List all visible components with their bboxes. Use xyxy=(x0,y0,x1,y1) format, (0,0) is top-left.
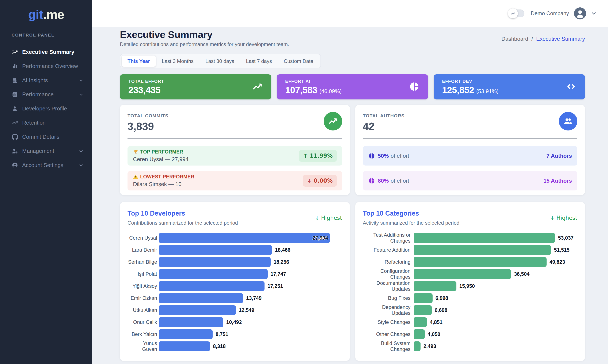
chevron-down-icon xyxy=(591,10,597,17)
person-icon xyxy=(12,105,18,112)
bar-value-label: 13,749 xyxy=(246,295,261,301)
bar xyxy=(159,245,272,255)
bar xyxy=(159,305,236,315)
chart-row: Yunus Güven8,318 xyxy=(128,341,342,351)
tab-last-3-months[interactable]: Last 3 Months xyxy=(156,55,199,67)
top-performer-title: TOP PERFORMER xyxy=(140,149,183,155)
trophy-icon xyxy=(133,149,138,155)
kpi-label: TOTAL AUTHORS xyxy=(363,113,578,119)
chart-category-label: Yunus Güven xyxy=(128,340,157,352)
sort-control[interactable]: ↓ Highest xyxy=(550,215,577,221)
chart-track: 2,493 xyxy=(414,341,578,351)
brand-logo-dot: . xyxy=(43,7,46,22)
top-developers-card: Top 10 Developers Contributions summariz… xyxy=(120,202,350,361)
stat-label: EFFORT DEV xyxy=(442,79,577,84)
stat-label: EFFORT AI xyxy=(285,79,420,84)
bar-value-label: 49,823 xyxy=(550,259,565,265)
chart-row: Style Changes4,851 xyxy=(363,317,578,327)
tab-this-year[interactable]: This Year xyxy=(122,55,156,67)
chart-category-label: Işıl Polat xyxy=(128,271,157,277)
theme-toggle[interactable] xyxy=(508,10,524,17)
chart-track: 8,751 xyxy=(159,329,342,339)
bar-value-label: 17,251 xyxy=(268,283,283,289)
bar-value-label: 12,549 xyxy=(239,307,254,313)
brand-logo-git: git xyxy=(28,7,43,22)
breadcrumb-current[interactable]: Executive Summary xyxy=(536,36,585,42)
chart-row: Feature Addition51,515 xyxy=(363,245,578,255)
bar xyxy=(414,293,433,303)
sidebar-item-retention[interactable]: Retention xyxy=(0,117,92,129)
sidebar-item-label: AI Insights xyxy=(22,77,48,84)
sidebar-item-performance-overview[interactable]: Performance Overview xyxy=(0,60,92,72)
bar-value-label: 4,050 xyxy=(428,331,440,337)
chart-row: Other Changes4,050 xyxy=(363,329,578,339)
chart-category-label: Ceren Uysal xyxy=(128,235,157,241)
chart-category-label: Yiğit Aksoy xyxy=(128,283,157,289)
pie-icon xyxy=(368,153,375,159)
lowest-performer-badge: ↓ 0.00% xyxy=(303,175,336,187)
theme-toggle-knob xyxy=(508,8,518,18)
bar-value-label: 18,466 xyxy=(275,247,290,253)
breadcrumb-dashboard[interactable]: Dashboard xyxy=(501,36,528,42)
sidebar-item-label: Performance Overview xyxy=(22,63,78,69)
bar xyxy=(159,269,268,279)
account-menu-chevron[interactable] xyxy=(591,10,597,17)
sidebar-item-ai-insights[interactable]: AI Insights xyxy=(0,74,92,86)
brand-logo-me: me xyxy=(46,7,64,22)
sidebar-item-label: Account Settings xyxy=(22,162,63,169)
building-icon xyxy=(12,77,18,84)
total-authors-card: TOTAL AUTHORS 42 50% o xyxy=(355,105,585,195)
sidebar-nav: Executive SummaryPerformance OverviewAI … xyxy=(0,46,92,173)
tab-last-30-days[interactable]: Last 30 days xyxy=(199,55,240,67)
stat-value: 233,435 xyxy=(128,85,160,95)
bar xyxy=(414,341,421,351)
stat-cards-row: TOTAL EFFORT 233,435 EFFORT AI 107,583 (… xyxy=(120,74,585,99)
categories-bar-chart: Test Additions or Changes53,037Feature A… xyxy=(363,233,578,351)
bar: 27,994 xyxy=(159,233,330,243)
tab-custom-date[interactable]: Custom Date xyxy=(278,55,319,67)
sidebar-item-developers-profile[interactable]: Developers Profile xyxy=(0,103,92,115)
divider xyxy=(128,138,342,139)
chart-category-label: Dependency Updates xyxy=(363,304,411,316)
kpi-label: TOTAL COMMITS xyxy=(128,113,342,119)
sidebar-section-label: CONTROL PANEL xyxy=(0,33,92,38)
sidebar-item-performance[interactable]: Performance xyxy=(0,89,92,101)
stat-value: 107,583 xyxy=(285,85,317,95)
effort-percent: 80% xyxy=(378,178,389,184)
charts-row: Top 10 Developers Contributions summariz… xyxy=(120,202,585,361)
avatar[interactable] xyxy=(574,7,586,19)
tab-last-7-days[interactable]: Last 7 days xyxy=(240,55,278,67)
company-name[interactable]: Demo Company xyxy=(531,10,569,16)
sidebar-item-executive-summary[interactable]: Executive Summary xyxy=(0,46,92,58)
brand-logo[interactable]: git.me xyxy=(0,7,92,22)
kpi-value: 42 xyxy=(363,120,578,133)
chart-track: 6,698 xyxy=(414,305,578,315)
trending-up-icon xyxy=(328,116,338,126)
top-performer-row: TOP PERFORMER Ceren Uysal — 27,994 ↑ 11.… xyxy=(128,146,342,166)
sidebar-item-management[interactable]: Management xyxy=(0,145,92,157)
lowest-performer-title: LOWEST PERFORMER xyxy=(140,174,194,180)
person-gear-icon xyxy=(12,148,18,154)
chart-track: 4,050 xyxy=(414,329,578,339)
divider xyxy=(363,138,578,139)
top-performer-name: Ceren Uysal — 27,994 xyxy=(133,156,189,163)
sidebar-item-commit-details[interactable]: Commit Details xyxy=(0,131,92,143)
bar xyxy=(159,293,243,303)
chart-category-label: Documentation Updates xyxy=(363,280,411,292)
stat-percent: (46.09%) xyxy=(319,88,342,95)
total-commits-card: TOTAL COMMITS 3,839 xyxy=(120,105,350,195)
sort-label: Highest xyxy=(556,215,578,221)
sidebar-item-account-settings[interactable]: Account Settings xyxy=(0,159,92,171)
chart-row: Işıl Polat17,747 xyxy=(128,269,342,279)
chart-square-icon xyxy=(12,91,18,98)
bar-value-label: 6,698 xyxy=(435,307,447,313)
chevron-down-icon xyxy=(78,163,84,168)
chart-track: 15,950 xyxy=(414,281,578,291)
breadcrumb: Dashboard / Executive Summary xyxy=(501,36,585,47)
sort-control[interactable]: ↓ Highest xyxy=(315,215,342,221)
sun-icon xyxy=(510,11,516,16)
stat-label: TOTAL EFFORT xyxy=(128,79,263,84)
bar-value-label: 36,504 xyxy=(514,271,530,277)
page-head-left: Executive Summary Detailed contributions… xyxy=(120,29,289,47)
authors-count: 7 Authors xyxy=(547,153,572,159)
